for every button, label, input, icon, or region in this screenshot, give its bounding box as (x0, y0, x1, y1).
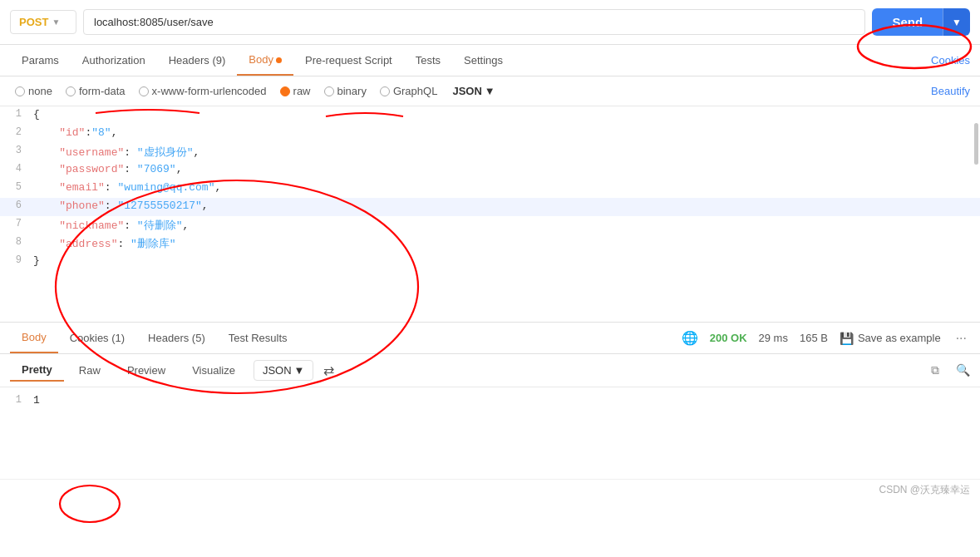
save-as-example-button[interactable]: 💾 Save as example (840, 332, 941, 345)
code-line-5: 5 "email": "wuming@qq.com", (0, 180, 980, 198)
radio-form-data-dot (66, 86, 76, 96)
radio-raw[interactable]: raw (275, 83, 316, 99)
view-tab-pretty[interactable]: Pretty (10, 359, 64, 382)
response-time: 29 ms (759, 332, 788, 344)
radio-binary-dot (324, 86, 334, 96)
tab-tests[interactable]: Tests (404, 46, 452, 75)
code-line-8: 8 "address": "删除库" (0, 234, 980, 253)
tab-body[interactable]: Body (237, 45, 293, 76)
response-code-area[interactable]: 1 1 (0, 387, 980, 479)
response-tabs: Body Cookies (1) Headers (5) Test Result… (0, 323, 980, 354)
method-chevron-icon: ▼ (52, 17, 60, 27)
cookies-link[interactable]: Cookies (931, 46, 970, 75)
search-icon[interactable]: 🔍 (956, 363, 970, 377)
radio-binary[interactable]: binary (319, 83, 372, 99)
radio-none[interactable]: none (10, 83, 57, 99)
radio-urlencoded-dot (139, 86, 149, 96)
tab-prerequest[interactable]: Pre-request Script (293, 46, 404, 75)
send-button[interactable]: Send (872, 8, 943, 36)
radio-raw-dot (280, 86, 290, 96)
tab-settings[interactable]: Settings (452, 46, 515, 75)
save-example-label: Save as example (858, 332, 941, 344)
response-status-bar: 🌐 200 OK 29 ms 165 B 💾 Save as example ·… (682, 330, 970, 346)
editor-scrollbar[interactable] (974, 106, 978, 322)
resp-tab-test-results[interactable]: Test Results (217, 323, 299, 352)
code-line-6: 6 "phone": "12755550217", (0, 198, 980, 216)
resp-tab-cookies[interactable]: Cookies (1) (58, 323, 136, 352)
code-line-4: 4 "password": "7069", (0, 161, 980, 180)
tab-authorization[interactable]: Authorization (71, 46, 157, 75)
tab-params[interactable]: Params (10, 46, 71, 75)
radio-urlencoded[interactable]: x-www-form-urlencoded (134, 83, 272, 99)
code-line-1: 1 { (0, 106, 980, 125)
url-bar: POST ▼ Send ▼ (0, 0, 980, 45)
radio-graphql[interactable]: GraphQL (375, 83, 442, 99)
resp-tab-body[interactable]: Body (10, 323, 58, 353)
body-dot-icon (276, 57, 282, 63)
code-line-7: 7 "nickname": "待删除", (0, 216, 980, 234)
copy-icon[interactable]: ⧉ (931, 363, 939, 377)
radio-none-dot (15, 86, 25, 96)
send-button-group: Send ▼ (872, 8, 970, 36)
view-tab-visualize[interactable]: Visualize (180, 360, 247, 381)
more-options-icon[interactable]: ··· (953, 331, 970, 346)
globe-icon[interactable]: 🌐 (682, 330, 698, 346)
tab-headers[interactable]: Headers (9) (157, 46, 238, 75)
response-line-1: 1 1 (0, 392, 980, 411)
code-line-9: 9 } (0, 253, 980, 271)
json-select-chevron-icon: ▼ (485, 85, 495, 97)
response-json-select[interactable]: JSON ▼ (254, 360, 314, 381)
body-type-row: none form-data x-www-form-urlencoded raw… (0, 76, 980, 106)
json-format-select[interactable]: JSON ▼ (452, 85, 495, 97)
response-json-chevron-icon: ▼ (294, 364, 305, 377)
wrap-button[interactable]: ⇄ (323, 362, 334, 378)
beautify-button[interactable]: Beautify (931, 85, 970, 97)
request-tabs: Params Authorization Headers (9) Body Pr… (0, 45, 980, 76)
code-line-2: 2 "id":"8", (0, 125, 980, 143)
response-size: 165 B (800, 332, 828, 344)
radio-form-data[interactable]: form-data (61, 83, 131, 99)
method-label: POST (19, 16, 48, 28)
method-select[interactable]: POST ▼ (10, 10, 76, 34)
code-editor[interactable]: 1 { 2 "id":"8", 3 "username": "虚拟身份", 4 … (0, 106, 980, 323)
code-line-3: 3 "username": "虚拟身份", (0, 143, 980, 161)
footer: CSDN @沃克臻幸运 (0, 479, 980, 500)
view-tabs-row: Pretty Raw Preview Visualize JSON ▼ ⇄ ⧉ … (0, 354, 980, 387)
radio-graphql-dot (380, 86, 390, 96)
url-input[interactable] (83, 9, 865, 35)
status-code: 200 OK (710, 332, 747, 344)
editor-scrollbar-thumb[interactable] (974, 123, 978, 165)
save-icon: 💾 (840, 332, 854, 345)
resp-tab-headers[interactable]: Headers (5) (136, 323, 217, 352)
view-tab-preview[interactable]: Preview (116, 360, 177, 381)
send-dropdown-button[interactable]: ▼ (943, 8, 970, 36)
view-tab-raw[interactable]: Raw (67, 360, 112, 381)
